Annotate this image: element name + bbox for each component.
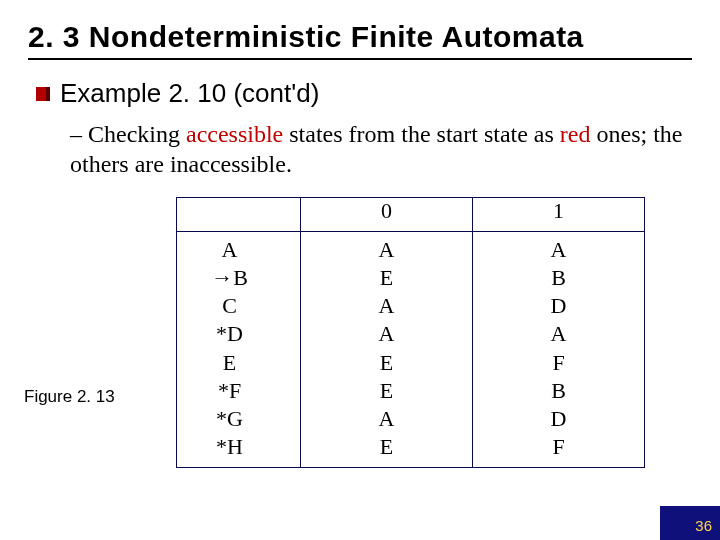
c0-5: E (301, 377, 472, 405)
c0-6: A (301, 405, 472, 433)
c1-5: B (473, 377, 644, 405)
sub1-mid: states from the start state as (283, 121, 560, 147)
sub1-red1: accessible (186, 121, 283, 147)
states-stack: A →B C *D E *F *G *H (177, 236, 282, 461)
c1-7: F (473, 433, 644, 461)
table-header-row: 0 1 (177, 198, 645, 232)
th-1: 1 (473, 198, 645, 232)
c0-1: E (301, 264, 472, 292)
c1-4: F (473, 349, 644, 377)
state-0: A (177, 236, 282, 264)
state-1: →B (177, 264, 282, 292)
state-6: *G (177, 405, 282, 433)
transition-table: 0 1 A →B C *D E *F *G *H (176, 197, 645, 468)
c1-3: A (473, 320, 644, 348)
figure-label: Figure 2. 13 (24, 387, 115, 407)
col1-stack: A B D A F B D F (473, 236, 644, 461)
c0-0: A (301, 236, 472, 264)
c1-1: B (473, 264, 644, 292)
th-0: 0 (301, 198, 473, 232)
c0-2: A (301, 292, 472, 320)
state-3: *D (177, 320, 282, 348)
title-underline (28, 58, 692, 60)
bullet-1: Example 2. 10 (cont'd) (36, 78, 684, 109)
c1-0: A (473, 236, 644, 264)
state-5: *F (177, 377, 282, 405)
state-4: E (177, 349, 282, 377)
c1-6: D (473, 405, 644, 433)
slide-title: 2. 3 Nondeterministic Finite Automata (28, 20, 692, 54)
c1-2: D (473, 292, 644, 320)
sub-bullet-1: – Checking accessible states from the st… (36, 119, 684, 179)
sub1-red2: red (560, 121, 591, 147)
col0-stack: A E A A E E A E (301, 236, 472, 461)
table-body-row: A →B C *D E *F *G *H A E A A (177, 232, 645, 468)
c0-3: A (301, 320, 472, 348)
bullet-1-text: Example 2. 10 (cont'd) (60, 78, 319, 109)
sub1-prefix: – Checking (70, 121, 186, 147)
c0-7: E (301, 433, 472, 461)
state-2: C (177, 292, 282, 320)
state-7: *H (177, 433, 282, 461)
bullet-icon (36, 87, 50, 101)
th-state (177, 198, 301, 232)
page-number: 36 (695, 517, 712, 534)
c0-4: E (301, 349, 472, 377)
